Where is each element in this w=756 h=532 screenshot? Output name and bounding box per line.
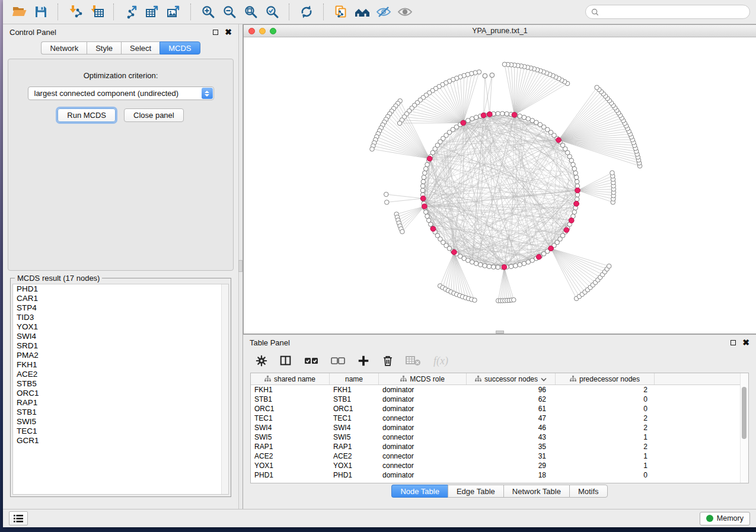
mcds-result-scrollbar[interactable]: [221, 284, 228, 494]
network-canvas[interactable]: [244, 37, 756, 334]
list-item[interactable]: PHD1: [13, 284, 228, 294]
list-item[interactable]: RAP1: [13, 398, 228, 408]
memory-button[interactable]: Memory: [700, 512, 750, 525]
table-row[interactable]: STB1STB1dominator620: [251, 395, 748, 404]
apply-preferred-layout-button[interactable]: [296, 2, 317, 21]
list-item[interactable]: PMA2: [13, 351, 228, 360]
network-node[interactable]: [496, 111, 500, 116]
network-node[interactable]: [420, 184, 425, 188]
network-node[interactable]: [574, 175, 579, 180]
network-node[interactable]: [487, 264, 492, 269]
vertical-splitter-handle[interactable]: [238, 260, 243, 272]
close-panel-icon[interactable]: ✖: [225, 28, 232, 36]
window-close-icon[interactable]: [248, 28, 255, 34]
network-node[interactable]: [526, 117, 531, 121]
table-scrollbar[interactable]: [740, 373, 748, 483]
table-scrollbar-thumb[interactable]: [742, 387, 747, 439]
close-panel-button[interactable]: Close panel: [124, 108, 184, 122]
mcds-dominator-node[interactable]: [556, 137, 562, 143]
table-row[interactable]: RAP1RAP1dominator352: [251, 442, 748, 451]
network-node[interactable]: [573, 171, 578, 175]
network-node[interactable]: [423, 166, 428, 171]
delete-columns-button[interactable]: [381, 354, 394, 369]
tab-edge-table[interactable]: Edge Table: [448, 485, 503, 498]
tab-style[interactable]: Style: [87, 41, 121, 55]
network-node[interactable]: [479, 262, 483, 267]
network-node[interactable]: [370, 147, 375, 152]
network-node[interactable]: [483, 264, 487, 268]
table-row[interactable]: TEC1TEC1connector472: [251, 414, 748, 423]
tab-network-table[interactable]: Network Table: [503, 485, 569, 498]
list-item[interactable]: ACE2: [13, 370, 228, 379]
mcds-dominator-node[interactable]: [548, 246, 554, 251]
list-item[interactable]: STP4: [13, 303, 228, 313]
mcds-dominator-node[interactable]: [420, 196, 426, 201]
network-node[interactable]: [522, 115, 527, 120]
column-header-MCDS-role[interactable]: MCDS role: [379, 373, 467, 384]
table-row[interactable]: YOX1YOX1connector291: [251, 461, 748, 470]
float-table-panel-icon[interactable]: [731, 340, 736, 345]
network-node[interactable]: [502, 62, 507, 67]
window-maximize-icon[interactable]: [270, 28, 276, 34]
network-node[interactable]: [473, 298, 477, 303]
network-node[interactable]: [425, 162, 430, 167]
network-node[interactable]: [423, 210, 428, 214]
network-node[interactable]: [575, 180, 579, 184]
column-header-name[interactable]: name: [330, 373, 379, 384]
network-node[interactable]: [572, 166, 577, 171]
list-item[interactable]: SWI5: [13, 417, 228, 427]
select-all-rows-button[interactable]: [304, 354, 319, 369]
float-panel-icon[interactable]: [213, 30, 218, 35]
import-table-button[interactable]: [86, 2, 107, 21]
mcds-dominator-node[interactable]: [481, 113, 486, 118]
network-node[interactable]: [420, 188, 425, 193]
close-table-panel-icon[interactable]: ✖: [742, 338, 749, 347]
network-node[interactable]: [490, 73, 495, 78]
list-item[interactable]: YOX1: [13, 322, 228, 332]
network-node[interactable]: [522, 261, 527, 266]
list-item[interactable]: ORC1: [13, 389, 228, 398]
zoom-selected-button[interactable]: [261, 2, 283, 21]
list-item[interactable]: FKH1: [13, 360, 228, 370]
list-item[interactable]: SRD1: [13, 341, 228, 351]
network-node[interactable]: [483, 73, 487, 78]
network-node[interactable]: [575, 197, 579, 201]
export-image-button[interactable]: [163, 2, 184, 21]
search-field[interactable]: [585, 5, 750, 19]
export-network-button[interactable]: [120, 2, 142, 21]
network-node[interactable]: [425, 214, 430, 219]
table-row[interactable]: SWI4SWI4dominator462: [251, 423, 748, 432]
network-node[interactable]: [423, 171, 428, 175]
column-header-successor-nodes[interactable]: successor nodes: [467, 373, 556, 384]
list-item[interactable]: STB1: [13, 408, 228, 417]
network-node[interactable]: [422, 175, 426, 180]
tab-network[interactable]: Network: [41, 41, 87, 55]
network-node[interactable]: [509, 264, 513, 269]
mcds-dominator-node[interactable]: [451, 249, 457, 255]
task-history-button[interactable]: [9, 511, 28, 525]
search-input[interactable]: [602, 7, 744, 17]
table-row[interactable]: ACE2ACE2connector311: [251, 451, 748, 461]
network-node[interactable]: [400, 229, 405, 234]
table-row[interactable]: SWI5SWI5connector431: [251, 432, 748, 442]
deselect-all-rows-button[interactable]: [330, 354, 346, 369]
mcds-dominator-node[interactable]: [427, 156, 432, 161]
zoom-out-button[interactable]: [219, 2, 240, 21]
run-mcds-button[interactable]: Run MCDS: [58, 108, 116, 122]
list-item[interactable]: TID3: [13, 313, 228, 322]
table-row[interactable]: PHD1PHD1dominator180: [251, 470, 748, 480]
table-options-gear-button[interactable]: [255, 354, 268, 369]
network-node[interactable]: [500, 111, 505, 116]
network-node[interactable]: [384, 192, 388, 197]
mcds-dominator-node[interactable]: [461, 120, 466, 126]
first-neighbors-button[interactable]: [352, 2, 373, 21]
table-row[interactable]: ORC1ORC1dominator610: [251, 404, 748, 414]
vertical-splitter[interactable]: [238, 24, 243, 509]
network-node[interactable]: [492, 265, 496, 270]
mcds-dominator-node[interactable]: [512, 113, 517, 118]
mcds-dominator-node[interactable]: [536, 254, 541, 259]
network-node[interactable]: [607, 264, 611, 268]
network-node[interactable]: [474, 261, 479, 266]
zoom-in-button[interactable]: [197, 2, 219, 21]
list-item[interactable]: SWI4: [13, 332, 228, 341]
